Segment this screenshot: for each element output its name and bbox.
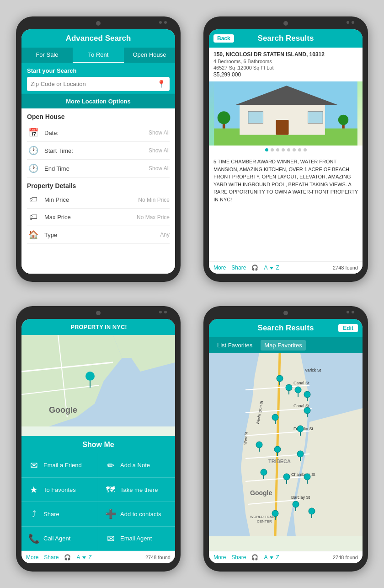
end-time-label: End Time (44, 165, 144, 172)
img-dot-6 (293, 148, 296, 151)
svg-rect-5 (248, 112, 263, 124)
sort-icon-3 (81, 555, 87, 560)
email-friend-btn[interactable]: ✉ Email a Friend (21, 453, 98, 478)
property-price: $5,299,000 (213, 71, 358, 78)
call-agent-btn[interactable]: 📞 Call Agent (21, 527, 98, 551)
phone1-wrapper: Advanced Search For Sale To Rent Open Ho… (9, 9, 187, 290)
back-button[interactable]: Back (213, 34, 234, 43)
result-count-4: 2748 found (333, 555, 358, 560)
az-btn-4[interactable]: A Z (264, 554, 279, 561)
svg-text:TRIBECA: TRIBECA (268, 459, 291, 464)
phone4-dots (347, 311, 354, 313)
filter-type[interactable]: 🏠 Type Any (27, 226, 170, 244)
add-contacts-btn[interactable]: ➕ Add to contacts (98, 502, 175, 526)
svg-text:Google: Google (250, 489, 272, 496)
edit-button[interactable]: Edit (338, 324, 358, 332)
tab-map-favorites[interactable]: Map Favorites (261, 340, 305, 351)
start-time-icon: 🕐 (27, 146, 40, 156)
svg-point-60 (297, 451, 304, 457)
img-dot-5 (287, 148, 290, 151)
phone4-camera (283, 311, 288, 315)
action-grid: ✉ Email a Friend ✏ Add a Note ★ To Favor… (21, 453, 175, 551)
dot8 (352, 311, 354, 313)
share-btn-4[interactable]: Share (231, 554, 246, 561)
svg-point-56 (256, 442, 262, 448)
svg-text:Canal St: Canal St (293, 381, 309, 385)
add-contacts-label: Add to contacts (120, 511, 161, 518)
start-time-value: Show All (149, 147, 170, 154)
filter-end-time[interactable]: 🕑 End Time Show All (27, 160, 170, 178)
az-label-3: A (76, 554, 80, 561)
tab-for-sale[interactable]: For Sale (21, 48, 73, 63)
filter-max-price[interactable]: 🏷 Max Price No Max Price (27, 209, 170, 226)
img-dot-4 (282, 148, 285, 151)
min-price-label: Min Price (44, 196, 133, 203)
share-btn-3b[interactable]: Share (44, 554, 59, 561)
filter-start-time[interactable]: 🕐 Start Time: Show All (27, 142, 170, 160)
type-value: Any (160, 232, 170, 238)
share-btn-3[interactable]: ⤴ Share (21, 502, 98, 526)
email-friend-label: Email a Friend (43, 462, 82, 469)
phone-icon: 📞 (28, 533, 40, 544)
svg-point-10 (338, 115, 348, 125)
filter-min-price[interactable]: 🏷 Min Price No Min Price (27, 191, 170, 209)
more-btn-3[interactable]: More (26, 554, 38, 561)
bottom-bar-2: More Share 🎧 A Z 2748 found (209, 261, 363, 274)
date-value: Show All (149, 129, 170, 136)
svg-rect-6 (308, 112, 323, 124)
phone2-dots (347, 21, 354, 24)
tab-open-house[interactable]: Open House (124, 48, 175, 63)
share-icon: ⤴ (28, 509, 40, 519)
svg-point-64 (283, 474, 290, 480)
more-location-btn[interactable]: More Location Options (21, 94, 175, 108)
headphones-btn-4[interactable]: 🎧 (251, 554, 258, 561)
email-agent-btn[interactable]: ✉ Email Agent (98, 527, 175, 551)
svg-point-18 (85, 372, 95, 381)
tab-list-favorites[interactable]: List Favorites (213, 340, 256, 351)
dot6 (164, 311, 167, 313)
az-btn[interactable]: A Z (264, 264, 279, 271)
phone2-screen: Back Search Results 150, NICOLOSI DR STA… (209, 29, 363, 274)
headphones-btn[interactable]: 🎧 (251, 264, 258, 271)
svg-point-70 (272, 510, 278, 517)
type-icon: 🏠 (27, 230, 40, 240)
phone2-camera (283, 21, 288, 26)
dot1 (159, 21, 162, 24)
dot5 (159, 311, 162, 313)
show-me-bar[interactable]: Show Me (21, 436, 175, 453)
tab-bar-4: List Favorites Map Favorites (209, 337, 363, 353)
az-z-4: Z (276, 554, 279, 561)
add-note-label: Add a Note (120, 462, 150, 469)
phone2-wrapper: Back Search Results 150, NICOLOSI DR STA… (197, 9, 375, 290)
take-me-there-label: Take me there (120, 486, 158, 493)
img-dot-7 (298, 148, 301, 151)
phone3-screen: PROPERTY IN NYC! Google (21, 319, 175, 563)
phone1-screen: Advanced Search For Sale To Rent Open Ho… (21, 29, 175, 274)
tab-to-rent[interactable]: To Rent (73, 48, 124, 63)
take-me-there-btn[interactable]: 🗺 Take me there (98, 478, 175, 502)
bottom-bar-4: More Share 🎧 A Z 2748 found (209, 551, 363, 563)
svg-text:Barclay St: Barclay St (291, 495, 310, 500)
svg-point-8 (218, 112, 230, 124)
img-dot-2 (271, 148, 274, 151)
share-btn[interactable]: Share (231, 264, 246, 271)
az-btn-3[interactable]: A Z (76, 554, 91, 561)
headphones-btn-3[interactable]: 🎧 (64, 554, 71, 561)
star-icon: ★ (28, 484, 40, 495)
max-price-label: Max Price (44, 214, 132, 221)
share-label: Share (43, 511, 59, 518)
search-input[interactable] (31, 81, 154, 87)
search-results-title: Search Results (258, 34, 314, 43)
to-favorites-btn[interactable]: ★ To Favorites (21, 478, 98, 502)
dot2 (164, 21, 167, 24)
property-image (209, 81, 363, 146)
more-btn[interactable]: More (213, 264, 226, 271)
property-sqft: 46527 Sq ,12000 Sq Ft Lot (213, 65, 358, 70)
filter-date[interactable]: 📅 Date: Show All (27, 124, 170, 142)
more-btn-4[interactable]: More (213, 554, 226, 561)
phone3-dots (159, 311, 167, 313)
property-details-title: Property Details (27, 182, 170, 189)
phone4: Search Results Edit List Favorites Map F… (203, 306, 368, 572)
add-note-btn[interactable]: ✏ Add a Note (98, 453, 175, 478)
property-info: 150, NICOLOSI DR STATEN ISLAND, 10312 4 … (209, 48, 363, 81)
